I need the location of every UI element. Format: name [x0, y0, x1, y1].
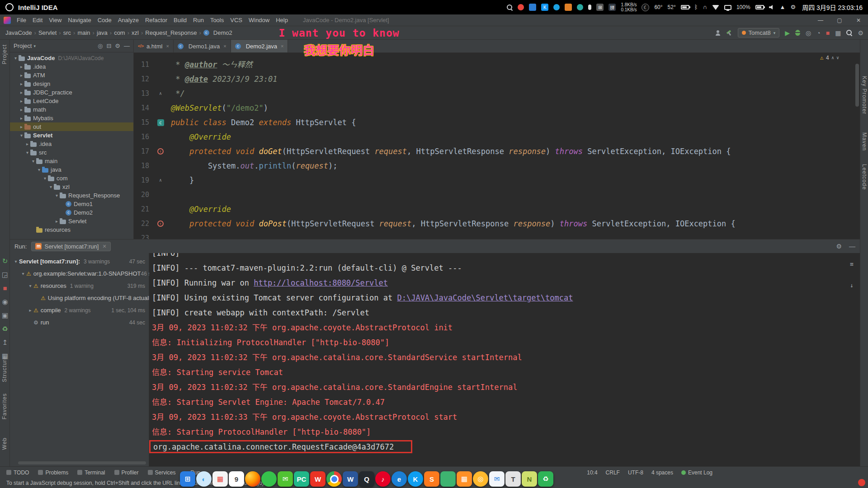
run-tree-item[interactable]: ▾⚠org.example:Servlet:war:1.0-SNAPSHOT46… [10, 267, 149, 280]
dock-calendar[interactable]: 9 [229, 471, 244, 487]
search-icon[interactable] [507, 5, 513, 10]
dock-music[interactable]: ♪ [375, 471, 391, 487]
search-everywhere-icon[interactable] [846, 30, 852, 36]
show-icon[interactable]: ◉ [0, 296, 10, 307]
dock-edge[interactable]: e [392, 471, 407, 487]
menu-run[interactable]: Run [190, 14, 207, 26]
menu-build[interactable]: Build [170, 14, 190, 26]
tool-tab-leetcode[interactable]: Leetcode [861, 164, 868, 190]
tree-arrow-icon[interactable]: ▸ [19, 99, 24, 103]
breadcrumb-item[interactable]: cDemo2 [203, 29, 233, 36]
tree-item[interactable]: ▾JavaCodeD:\JAVA\JavaCode [10, 54, 133, 62]
tree-item[interactable]: ▾Request_Response [10, 191, 133, 200]
tree-arrow-icon[interactable]: ▾ [30, 159, 36, 164]
menu-code[interactable]: Code [94, 14, 115, 26]
tree-arrow-icon[interactable]: ▸ [19, 116, 24, 121]
tree-item[interactable]: ▸out [10, 122, 133, 131]
breadcrumb-item[interactable]: xzl [131, 29, 140, 36]
editor-scrollbar[interactable] [855, 64, 859, 107]
tree-arrow-icon[interactable]: ▾ [24, 150, 30, 155]
dock-start[interactable]: ⊞ [180, 471, 195, 487]
gear-icon[interactable]: ⚙ [115, 42, 120, 49]
tree-arrow-icon[interactable]: ▾ [19, 133, 24, 138]
tree-arrow-icon[interactable]: ▸ [24, 141, 30, 146]
breadcrumb-item[interactable]: JavaCode [5, 29, 33, 36]
settings-icon[interactable]: ⚙ [790, 4, 796, 11]
breadcrumb-item[interactable]: src [62, 29, 72, 36]
dock-orange-grid[interactable]: ▦ [457, 471, 472, 487]
tree-item[interactable]: cDemo2 [10, 208, 133, 217]
dock-word[interactable]: W [343, 471, 358, 487]
kugou-tray-icon[interactable]: K [541, 4, 548, 11]
caret-position[interactable]: 10:4 [587, 469, 597, 476]
run-tree-item[interactable]: ⚙run44 sec [10, 316, 149, 328]
close-icon[interactable]: × [223, 43, 226, 49]
users-icon[interactable] [715, 30, 721, 36]
tab-demo2-java[interactable]: cDemo2.java× [231, 40, 288, 52]
tree-arrow-icon[interactable]: ▸ [19, 64, 24, 69]
shield-tray-icon[interactable] [565, 4, 572, 11]
dock-notes[interactable]: N [522, 471, 537, 487]
tree-arrow-icon[interactable]: ▸ [27, 308, 33, 313]
run-tree-scrollbar[interactable] [18, 461, 146, 465]
tree-item[interactable]: ▸JDBC_practice [10, 88, 133, 97]
fold-gutter-icon[interactable]: ∧ [159, 173, 162, 188]
moon-icon[interactable]: ☾ [642, 4, 649, 11]
menu-edit[interactable]: Edit [29, 14, 46, 26]
display-icon[interactable] [724, 5, 731, 10]
scroll-end-icon[interactable]: ↓ [850, 278, 854, 293]
close-button[interactable]: ✕ [849, 14, 868, 26]
stop-icon[interactable]: ■ [0, 283, 10, 294]
tree-arrow-icon[interactable]: ▾ [42, 176, 48, 181]
tree-item[interactable]: ▸Servlet [10, 217, 133, 225]
tree-item[interactable]: ▾java [10, 165, 133, 174]
gear-icon[interactable]: ⚙ [836, 243, 842, 250]
editor[interactable]: 11 * @author ～ㄣ释然12 * @date 2023/3/9 23:… [134, 53, 860, 239]
breadcrumb-item[interactable]: com [113, 29, 126, 36]
override-gutter-icon[interactable]: ↑ [157, 148, 164, 155]
menu-help[interactable]: Help [273, 14, 291, 26]
softwrap-icon[interactable]: ≡ [850, 257, 854, 272]
tree-arrow-icon[interactable]: ▸ [19, 107, 24, 112]
pinyin-input-icon[interactable]: 拼 [609, 4, 616, 11]
dock-sogou-browser[interactable]: ◎ [473, 471, 488, 487]
close-icon[interactable]: × [166, 43, 169, 49]
indent-setting[interactable]: 4 spaces [651, 469, 673, 476]
tree-item[interactable]: ▾xzl [10, 183, 133, 191]
tab-a-html[interactable]: </>a.html× [134, 40, 174, 52]
locate-icon[interactable]: ◎ [98, 42, 103, 49]
tree-arrow-icon[interactable]: ▸ [54, 219, 60, 224]
dock-kugou[interactable]: K [408, 471, 423, 487]
breadcrumb-item[interactable]: Request_Response [144, 29, 198, 36]
breadcrumb-item[interactable]: main [76, 29, 91, 36]
file-encoding[interactable]: UTF-8 [628, 469, 643, 476]
tree-arrow-icon[interactable]: ▾ [36, 167, 42, 172]
statusbar-terminal[interactable]: Terminal [77, 469, 105, 476]
line-separator[interactable]: CRLF [606, 469, 620, 476]
mic-icon[interactable] [588, 5, 591, 10]
dock-green-tile[interactable] [440, 471, 456, 487]
tree-arrow-icon[interactable]: ▸ [19, 81, 24, 86]
inspections-widget[interactable]: ⚠ 4 ∧ ∨ [820, 54, 839, 61]
chevron-down-icon[interactable]: ∨ [836, 55, 839, 60]
menu-analyze[interactable]: Analyze [115, 14, 142, 26]
grid-tray-icon[interactable]: ⊞ [596, 4, 604, 11]
console-link[interactable]: D:\JAVA\JavaCode\Servlet\target\tomcat [397, 293, 573, 302]
maximize-button[interactable]: ▢ [830, 14, 849, 26]
tree-item[interactable]: ▸Mybatis [10, 114, 133, 122]
close-icon[interactable]: × [281, 43, 283, 49]
coverage-button[interactable]: ◎ [806, 29, 811, 37]
eject-icon[interactable]: ▲ [780, 4, 786, 11]
breadcrumb-item[interactable]: java [96, 29, 108, 36]
tree-item[interactable]: ▾com [10, 174, 133, 183]
tree-item[interactable]: ▾main [10, 157, 133, 165]
statusbar-profiler[interactable]: Profiler [114, 469, 139, 476]
tree-arrow-icon[interactable]: ▾ [48, 184, 54, 189]
tree-item[interactable]: ▾src [10, 148, 133, 157]
layout-icon[interactable]: ▦ [835, 29, 841, 37]
hide-icon[interactable]: — [849, 243, 855, 250]
tree-arrow-icon[interactable]: ▸ [19, 90, 24, 95]
menu-tools[interactable]: Tools [207, 14, 227, 26]
tree-item[interactable]: ▸ATM [10, 71, 133, 80]
app-tray-icon[interactable] [529, 4, 536, 11]
